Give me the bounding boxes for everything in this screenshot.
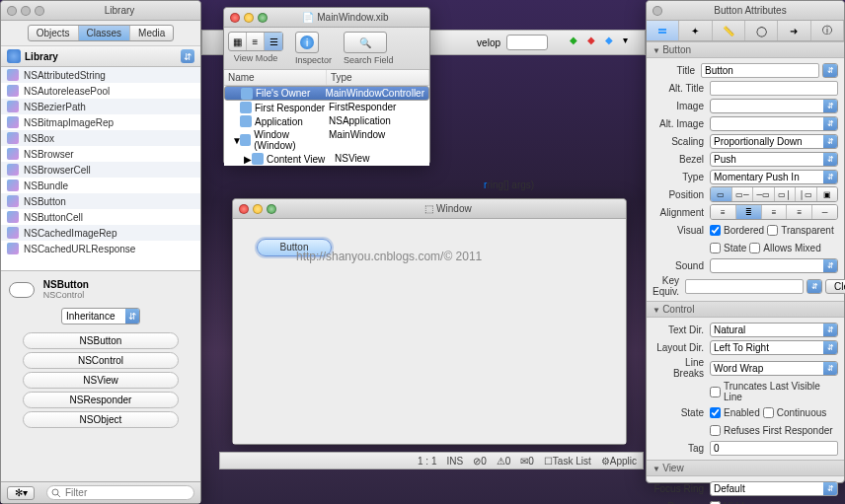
position-segment[interactable]: ▭▭──▭▭││▭▣ <box>710 186 838 202</box>
refuses-check[interactable]: Refuses First Responder <box>710 425 833 436</box>
library-header-label: Library <box>25 51 58 62</box>
outline-row[interactable]: ApplicationNSApplication <box>224 114 429 128</box>
filter-input[interactable] <box>46 485 194 500</box>
zoom-icon[interactable] <box>35 6 44 16</box>
keyequiv-input[interactable] <box>685 279 804 294</box>
minimize-icon[interactable] <box>244 13 254 23</box>
layoutdir-combo[interactable]: Left To Right⇵ <box>710 340 838 355</box>
tab-objects[interactable]: Objects <box>29 26 79 40</box>
svg-rect-1 <box>658 32 666 34</box>
class-row[interactable]: NSCachedURLResponse <box>1 241 200 256</box>
mixed-check[interactable]: Allows Mixed <box>749 243 820 253</box>
error-count[interactable]: ⊘0 <box>473 456 487 467</box>
class-row[interactable]: NSBrowser <box>1 146 200 162</box>
close-icon[interactable] <box>230 13 240 23</box>
close-icon[interactable] <box>239 204 249 214</box>
sound-combo[interactable]: ⇵ <box>710 258 838 273</box>
title-input[interactable] <box>701 63 819 78</box>
view-mode-segment[interactable]: ▦≡☰ <box>228 32 283 51</box>
class-row[interactable]: NSButtonCell <box>1 209 200 225</box>
toolstrip-icons[interactable]: ◆◆◆ ▾ <box>570 35 639 50</box>
col-name[interactable]: Name <box>224 70 327 85</box>
textdir-combo[interactable]: Natural⇵ <box>710 323 838 337</box>
class-row[interactable]: NSBezierPath <box>1 99 200 114</box>
library-header[interactable]: Library ⇵ <box>1 45 200 67</box>
zoom-icon[interactable] <box>267 204 276 214</box>
outline-row[interactable]: ▼Window (Window)MainWindow <box>224 128 429 152</box>
class-row[interactable]: NSAttributedString <box>1 67 200 83</box>
msg-count[interactable]: ✉0 <box>520 456 534 467</box>
align-segment[interactable]: ≡≣≡≡─ <box>710 204 838 220</box>
type-combo[interactable]: Momentary Push In⇵ <box>710 170 838 184</box>
continuous-check[interactable]: Continuous <box>763 407 827 418</box>
alttitle-input[interactable] <box>710 81 838 96</box>
hierarchy-row[interactable]: NSButton <box>23 332 179 349</box>
tag-input[interactable] <box>710 441 838 456</box>
lbl-scaling: Scaling <box>653 136 710 147</box>
transparent-check[interactable]: Transparent <box>767 225 834 236</box>
keyequiv-menu[interactable]: ⇵ <box>807 279 822 294</box>
tab-media[interactable]: Media <box>130 26 173 40</box>
library-dropdown-icon[interactable]: ⇵ <box>181 49 194 63</box>
warn-count[interactable]: ⚠0 <box>497 456 511 467</box>
tab-classes[interactable]: Classes <box>79 26 131 40</box>
outline-row[interactable]: First ResponderFirstResponder <box>224 101 429 114</box>
focusring-combo[interactable]: Default⇵ <box>710 481 838 496</box>
bordered-check[interactable]: Bordered <box>710 225 764 236</box>
inspector-tabs[interactable]: ✦ 📏 ◯ ➜ ⓘ <box>647 21 844 41</box>
outline-row[interactable]: File's OwnerMainWindowController <box>224 86 429 101</box>
lbl-sound: Sound <box>653 260 710 271</box>
hierarchy-row[interactable]: NSControl <box>23 352 179 369</box>
canvas-titlebar[interactable]: ⬚ Window <box>233 199 626 219</box>
connections-tab-icon: ➜ <box>778 21 810 40</box>
class-row[interactable]: NSButton <box>1 193 200 209</box>
hierarchy-row[interactable]: NSResponder <box>23 392 179 408</box>
minimize-icon[interactable] <box>253 204 263 214</box>
library-tabs[interactable]: Objects Classes Media <box>28 25 175 41</box>
altimage-combo[interactable]: ⇵ <box>710 116 838 131</box>
inheritance-combo[interactable]: Inheritance ⇵ <box>61 308 140 324</box>
identity-tab-icon: ⓘ <box>811 21 844 40</box>
class-row[interactable]: NSBundle <box>1 178 200 193</box>
view-mode-label: View Mode <box>228 53 283 63</box>
outline-list[interactable]: File's OwnerMainWindowControllerFirst Re… <box>224 86 429 166</box>
class-row[interactable]: NSBitmapImageRep <box>1 114 200 130</box>
library-panel: Library Objects Classes Media Library ⇵ … <box>0 0 201 504</box>
inspector-button[interactable]: i <box>295 32 319 53</box>
minimize-icon[interactable] <box>21 6 31 16</box>
class-row[interactable]: NSAutoreleasePool <box>1 83 200 99</box>
enabled-check[interactable]: Enabled <box>710 407 760 418</box>
class-row[interactable]: NSBrowserCell <box>1 162 200 178</box>
hierarchy-row[interactable]: NSView <box>23 372 179 389</box>
close-icon[interactable] <box>7 6 17 16</box>
image-combo[interactable]: ⇵ <box>710 99 838 113</box>
tasklist-button[interactable]: ☐Task List <box>544 456 591 467</box>
xib-panel: 📄 MainWindow.xib ▦≡☰ View Mode i Inspect… <box>223 7 430 165</box>
xib-titlebar: 📄 MainWindow.xib <box>224 8 429 28</box>
class-thumb-icon <box>9 282 35 298</box>
class-row[interactable]: NSBox <box>1 130 200 146</box>
app-output[interactable]: ⚙Applic <box>601 456 637 467</box>
toolstrip-combo[interactable] <box>506 35 548 50</box>
search-button[interactable]: 🔍 <box>344 32 387 53</box>
linebreaks-combo[interactable]: Word Wrap⇵ <box>710 361 838 376</box>
effects-tab-icon: ✦ <box>679 21 712 40</box>
class-list[interactable]: NSAttributedStringNSAutoreleasePoolNSBez… <box>1 67 200 271</box>
section-button[interactable]: Button <box>647 41 844 58</box>
truncates-check[interactable]: Truncates Last Visible Line <box>710 381 838 402</box>
class-row[interactable]: NSCachedImageRep <box>1 225 200 241</box>
section-view[interactable]: View <box>647 460 844 476</box>
section-control[interactable]: Control <box>647 301 844 318</box>
hidden-check[interactable]: Hidden <box>710 501 755 505</box>
zoom-icon[interactable] <box>258 13 268 23</box>
bezel-combo[interactable]: Push⇵ <box>710 152 838 167</box>
state-check[interactable]: State <box>710 243 746 253</box>
outline-row[interactable]: ▶Content ViewNSView <box>224 152 429 166</box>
scaling-combo[interactable]: Proportionally Down⇵ <box>710 134 838 149</box>
hierarchy-row[interactable]: NSObject <box>23 411 179 428</box>
close-icon[interactable] <box>653 6 662 16</box>
chevron-down-icon[interactable]: ⇵ <box>823 64 837 77</box>
col-type[interactable]: Type <box>327 70 429 85</box>
gear-icon[interactable]: ✻▾ <box>7 486 35 500</box>
clear-button[interactable]: Clear <box>825 279 845 294</box>
